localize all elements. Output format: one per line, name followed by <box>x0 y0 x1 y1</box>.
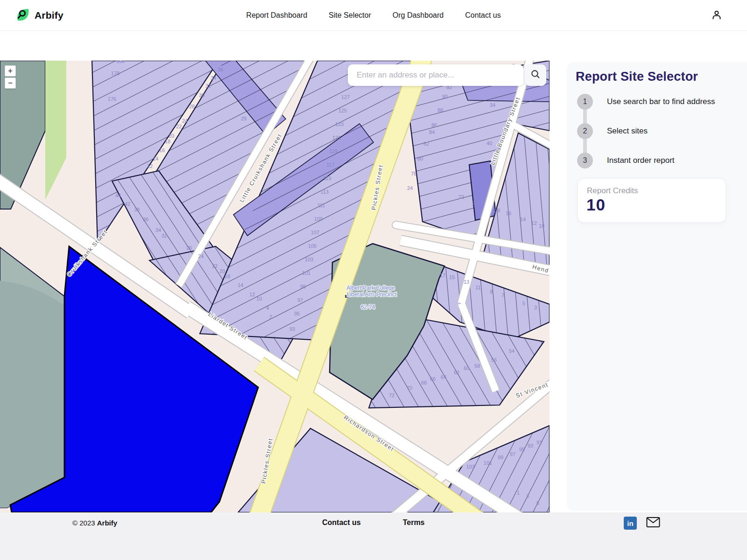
svg-text:40: 40 <box>486 140 492 146</box>
nav-link-2[interactable]: Org Dashboard <box>393 11 444 20</box>
zoom-out-button[interactable]: − <box>5 77 16 89</box>
svg-text:16: 16 <box>506 210 511 216</box>
svg-text:38: 38 <box>134 207 140 212</box>
svg-text:10: 10 <box>256 296 262 301</box>
svg-text:90: 90 <box>442 94 448 99</box>
svg-text:123: 123 <box>335 121 344 127</box>
main-nav: Report DashboardSite SelectorOrg Dashboa… <box>246 11 500 20</box>
svg-text:84: 84 <box>429 129 435 135</box>
svg-text:29: 29 <box>241 116 247 121</box>
svg-text:32: 32 <box>205 83 211 89</box>
svg-text:62: 62 <box>454 370 459 375</box>
svg-text:99: 99 <box>300 284 306 289</box>
navbar: Arbify Report DashboardSite SelectorOrg … <box>0 0 747 31</box>
svg-text:119: 119 <box>329 148 338 154</box>
svg-text:14: 14 <box>153 156 158 161</box>
college-lot-label: 62-74 <box>361 304 375 310</box>
step-number: 2 <box>577 123 593 139</box>
svg-text:1: 1 <box>517 490 520 496</box>
footer: © 2023 Arbify Contact usTerms in <box>0 512 747 560</box>
report-credits-label: Report Credits <box>587 186 638 196</box>
map-canvas[interactable]: Albert Park College Liberal Arts Precinc… <box>0 61 550 512</box>
svg-text:5: 5 <box>536 500 539 506</box>
step-row-3: 3Instant order report <box>577 153 675 168</box>
svg-text:101: 101 <box>484 460 492 466</box>
account-button[interactable] <box>711 9 722 22</box>
copyright-brand: Arbify <box>97 519 117 527</box>
footer-links: Contact usTerms <box>322 518 425 527</box>
svg-text:86: 86 <box>431 122 437 128</box>
svg-text:88: 88 <box>437 107 443 113</box>
svg-text:127: 127 <box>341 94 350 100</box>
zoom-in-button[interactable]: + <box>5 65 16 77</box>
footer-link-1[interactable]: Terms <box>403 518 425 527</box>
step-row-1: 1Use search bar to find address <box>577 94 715 110</box>
steps-list: 1Use search bar to find address2Select s… <box>567 94 747 182</box>
brand-logo[interactable]: Arbify <box>15 7 63 24</box>
sidebar: Report Site Selector 1Use search bar to … <box>550 61 747 512</box>
svg-text:17: 17 <box>440 273 445 278</box>
linkedin-icon[interactable]: in <box>624 517 637 530</box>
basemap-svg: Albert Park College Liberal Arts Precinc… <box>0 61 550 512</box>
address-search-bar <box>348 64 523 86</box>
svg-text:10: 10 <box>539 223 544 229</box>
svg-text:13: 13 <box>464 279 469 285</box>
step-number: 3 <box>577 153 593 168</box>
search-button[interactable] <box>525 64 546 86</box>
email-icon[interactable] <box>646 517 660 530</box>
panel-title: Report Site Selector <box>576 70 698 84</box>
svg-text:111: 111 <box>317 203 325 208</box>
svg-text:97: 97 <box>510 451 515 457</box>
svg-text:15: 15 <box>449 274 455 280</box>
svg-text:64: 64 <box>441 374 446 380</box>
svg-text:97: 97 <box>297 297 303 303</box>
svg-text:28: 28 <box>189 104 195 109</box>
brand-name: Arbify <box>35 10 63 21</box>
svg-text:105: 105 <box>308 243 317 249</box>
svg-text:32: 32 <box>162 233 167 238</box>
report-site-selector-panel: Report Site Selector 1Use search bar to … <box>567 62 747 511</box>
arbify-leaf-logo-icon <box>15 7 30 24</box>
svg-text:34: 34 <box>211 75 216 81</box>
svg-text:24: 24 <box>182 118 188 124</box>
person-icon <box>711 14 722 22</box>
svg-text:101: 101 <box>302 270 310 276</box>
svg-text:2: 2 <box>269 314 272 320</box>
svg-text:4: 4 <box>266 305 269 311</box>
svg-text:72: 72 <box>389 392 395 398</box>
svg-text:80: 80 <box>417 156 423 161</box>
step-label: Use search bar to find address <box>607 97 715 106</box>
svg-text:3: 3 <box>534 305 537 310</box>
svg-text:26: 26 <box>186 245 192 251</box>
nav-link-3[interactable]: Contact us <box>465 11 500 20</box>
svg-text:18: 18 <box>494 208 500 213</box>
college-label-line2: Liberal Arts Precinct <box>347 291 397 298</box>
svg-text:14: 14 <box>520 217 526 222</box>
nav-link-0[interactable]: Report Dashboard <box>246 11 307 20</box>
svg-text:22: 22 <box>212 263 218 269</box>
svg-text:44: 44 <box>115 193 121 198</box>
svg-text:11: 11 <box>475 285 480 290</box>
copyright-prefix: © 2023 <box>72 519 97 527</box>
svg-text:24: 24 <box>198 253 204 259</box>
nav-link-1[interactable]: Site Selector <box>329 11 371 20</box>
copyright: © 2023 Arbify <box>72 519 117 527</box>
address-search-input[interactable] <box>356 70 512 80</box>
svg-text:34: 34 <box>490 102 495 108</box>
svg-text:107: 107 <box>311 230 319 235</box>
svg-text:66: 66 <box>430 376 436 382</box>
svg-text:91: 91 <box>536 440 542 445</box>
step-number: 1 <box>577 94 593 110</box>
svg-text:121: 121 <box>332 135 341 140</box>
svg-text:70: 70 <box>407 385 412 391</box>
step-label: Select sites <box>607 126 648 136</box>
footer-link-0[interactable]: Contact us <box>322 518 361 527</box>
svg-text:7: 7 <box>501 293 504 298</box>
svg-text:34: 34 <box>155 227 161 233</box>
page: Arbify Report DashboardSite SelectorOrg … <box>0 0 747 560</box>
svg-text:125: 125 <box>338 108 347 113</box>
svg-text:30: 30 <box>199 92 204 98</box>
svg-text:58: 58 <box>474 363 480 369</box>
svg-text:22: 22 <box>176 124 182 129</box>
svg-text:14: 14 <box>238 282 243 288</box>
